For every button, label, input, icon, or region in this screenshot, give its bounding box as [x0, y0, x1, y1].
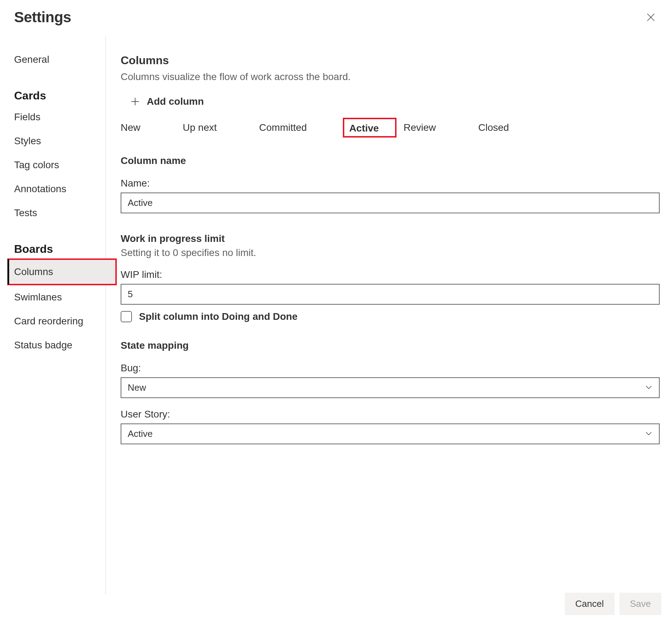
- add-column-label: Add column: [147, 96, 204, 107]
- split-column-label: Split column into Doing and Done: [139, 311, 298, 322]
- name-label: Name:: [121, 178, 660, 189]
- bug-state-select[interactable]: [121, 377, 660, 398]
- columns-section-description: Columns visualize the flow of work acros…: [121, 71, 660, 83]
- user-story-label: User Story:: [121, 409, 660, 420]
- wip-limit-label: WIP limit:: [121, 269, 660, 280]
- tab-active[interactable]: Active: [343, 118, 396, 138]
- tab-closed[interactable]: Closed: [478, 118, 509, 138]
- tab-committed[interactable]: Committed: [259, 118, 307, 138]
- sidebar-item-columns[interactable]: Columns: [7, 258, 117, 285]
- wip-limit-input[interactable]: [121, 284, 660, 305]
- sidebar-item-styles[interactable]: Styles: [14, 129, 105, 153]
- tab-new[interactable]: New: [121, 118, 140, 138]
- sidebar-item-status-badge[interactable]: Status badge: [14, 333, 105, 357]
- state-mapping-heading: State mapping: [121, 340, 660, 351]
- settings-sidebar: General Cards Fields Styles Tag colors A…: [0, 36, 106, 595]
- sidebar-item-annotations[interactable]: Annotations: [14, 177, 105, 201]
- sidebar-item-fields[interactable]: Fields: [14, 105, 105, 129]
- tab-up-next[interactable]: Up next: [183, 118, 217, 138]
- sidebar-group-cards: Cards: [14, 72, 105, 105]
- page-title: Settings: [14, 9, 71, 26]
- sidebar-item-tag-colors[interactable]: Tag colors: [14, 153, 105, 177]
- close-button[interactable]: [644, 10, 658, 24]
- user-story-state-select[interactable]: [121, 423, 660, 444]
- plus-icon: [131, 97, 140, 106]
- save-button[interactable]: Save: [619, 593, 661, 615]
- add-column-button[interactable]: Add column: [121, 93, 660, 118]
- dialog-footer: Cancel Save: [565, 593, 661, 615]
- split-column-checkbox-row[interactable]: Split column into Doing and Done: [121, 311, 660, 322]
- columns-section-title: Columns: [121, 54, 660, 67]
- sidebar-item-general[interactable]: General: [14, 48, 105, 72]
- sidebar-item-swimlanes[interactable]: Swimlanes: [14, 285, 105, 309]
- bug-label: Bug:: [121, 362, 660, 374]
- sidebar-item-card-reordering[interactable]: Card reordering: [14, 309, 95, 333]
- column-tabs: New Up next Committed Active Review Clos…: [121, 118, 660, 138]
- close-icon: [647, 13, 655, 22]
- cancel-button[interactable]: Cancel: [565, 593, 615, 615]
- wip-description: Setting it to 0 specifies no limit.: [121, 247, 660, 258]
- wip-heading: Work in progress limit: [121, 233, 660, 244]
- main-content: Columns Columns visualize the flow of wo…: [106, 36, 672, 595]
- sidebar-group-boards: Boards: [14, 225, 105, 258]
- tab-review[interactable]: Review: [404, 118, 436, 138]
- column-name-input[interactable]: [121, 193, 660, 213]
- split-column-checkbox[interactable]: [121, 311, 132, 322]
- sidebar-item-tests[interactable]: Tests: [14, 201, 105, 225]
- column-name-heading: Column name: [121, 155, 660, 166]
